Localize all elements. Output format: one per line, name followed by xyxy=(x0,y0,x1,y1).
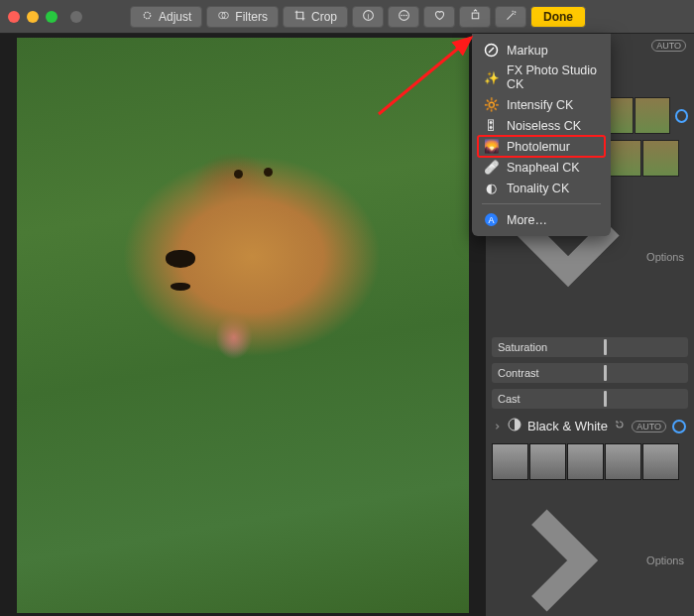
menu-separator xyxy=(482,203,601,204)
options-label: Options xyxy=(646,554,684,566)
auto-badge[interactable]: AUTO xyxy=(651,40,686,52)
ext-label: Intensify CK xyxy=(507,98,573,112)
auto-badge[interactable]: AUTO xyxy=(632,421,666,432)
ext-item-intensify[interactable]: 🔆 Intensify CK xyxy=(478,94,605,115)
adjust-icon xyxy=(141,9,154,25)
color-thumb[interactable] xyxy=(642,140,679,177)
wand-icon xyxy=(505,9,518,25)
tonality-icon: ◐ xyxy=(484,181,499,195)
done-label: Done xyxy=(543,10,573,24)
svg-rect-9 xyxy=(472,13,479,19)
svg-text:A: A xyxy=(488,215,494,225)
ext-item-tonality[interactable]: ◐ Tonality CK xyxy=(478,178,605,198)
selection-ring-icon xyxy=(675,109,688,123)
info-button[interactable]: i xyxy=(352,6,384,28)
bw-icon xyxy=(508,418,521,434)
unknown-grey-dot xyxy=(70,11,82,23)
sparkle-icon: ✨ xyxy=(484,70,499,85)
svg-point-0 xyxy=(144,12,151,19)
ext-label: Markup xyxy=(507,44,548,58)
ext-item-markup[interactable]: Markup xyxy=(478,40,605,61)
toolbar: Adjust Filters Crop i xyxy=(130,6,586,28)
cast-label: Cast xyxy=(498,393,598,405)
options-label: Options xyxy=(646,251,684,263)
titlebar: Adjust Filters Crop i xyxy=(0,0,694,34)
selection-ring-icon xyxy=(672,420,686,433)
svg-text:i: i xyxy=(367,11,369,20)
ext-item-snapheal[interactable]: 🩹 Snapheal CK xyxy=(478,157,605,178)
ext-label: Tonality CK xyxy=(507,182,569,195)
rotate-button[interactable] xyxy=(459,6,491,28)
svg-point-8 xyxy=(405,14,407,16)
bw-thumb[interactable] xyxy=(605,443,641,480)
ext-label: FX Photo Studio CK xyxy=(507,63,599,91)
window-controls xyxy=(8,11,82,23)
photolemur-icon: 🌄 xyxy=(484,139,499,154)
filters-label: Filters xyxy=(235,10,268,24)
ext-item-more[interactable]: A More… xyxy=(478,209,605,230)
reset-icon[interactable] xyxy=(614,419,626,433)
bw-thumb[interactable] xyxy=(492,443,528,480)
adjust-button[interactable]: Adjust xyxy=(130,6,202,28)
snapheal-icon: 🩹 xyxy=(484,160,499,175)
cast-slider[interactable]: Cast xyxy=(492,389,688,409)
zoom-window-button[interactable] xyxy=(46,11,58,23)
appstore-icon: A xyxy=(484,212,499,227)
chevron-right-icon xyxy=(496,488,640,616)
ext-label: Snapheal CK xyxy=(507,161,580,175)
ext-label: Noiseless CK xyxy=(507,119,581,133)
adjust-label: Adjust xyxy=(159,10,191,24)
minimize-window-button[interactable] xyxy=(27,11,39,23)
chevron-right-icon xyxy=(494,423,502,431)
markup-icon xyxy=(484,43,499,58)
bw-thumbnails xyxy=(492,443,688,480)
noiseless-icon: 🎛 xyxy=(484,118,499,133)
favorite-button[interactable] xyxy=(423,6,455,28)
close-window-button[interactable] xyxy=(8,11,20,23)
color-thumb[interactable] xyxy=(635,97,669,134)
ellipsis-icon xyxy=(398,9,410,25)
info-icon: i xyxy=(362,9,375,25)
photo-canvas[interactable] xyxy=(0,34,486,616)
rotate-icon xyxy=(469,9,482,25)
intensify-icon: 🔆 xyxy=(484,97,499,112)
contrast-label: Contrast xyxy=(498,367,598,379)
photos-edit-window: Adjust Filters Crop i xyxy=(0,0,694,616)
contrast-slider[interactable]: Contrast xyxy=(492,363,688,383)
black-white-header[interactable]: Black & White AUTO xyxy=(492,415,688,437)
ext-item-fx[interactable]: ✨ FX Photo Studio CK xyxy=(478,61,605,94)
crop-icon xyxy=(293,9,306,25)
saturation-label: Saturation xyxy=(498,341,598,353)
saturation-slider[interactable]: Saturation xyxy=(492,337,688,357)
crop-button[interactable]: Crop xyxy=(283,6,348,28)
done-button[interactable]: Done xyxy=(530,6,586,28)
bw-options-toggle[interactable]: Options xyxy=(492,486,688,616)
crop-label: Crop xyxy=(311,10,337,24)
filters-button[interactable]: Filters xyxy=(206,6,279,28)
ext-item-noiseless[interactable]: 🎛 Noiseless CK xyxy=(478,115,605,136)
filters-icon xyxy=(217,9,230,25)
extensions-button[interactable] xyxy=(388,6,419,28)
ext-label: Photolemur xyxy=(507,140,570,154)
bw-thumb[interactable] xyxy=(529,443,566,480)
bw-title: Black & White xyxy=(527,419,608,433)
heart-icon xyxy=(433,9,446,25)
svg-point-7 xyxy=(403,14,405,16)
extensions-menu: Markup ✨ FX Photo Studio CK 🔆 Intensify … xyxy=(472,34,611,236)
bw-thumb[interactable] xyxy=(567,443,604,480)
ext-more-label: More… xyxy=(507,213,547,227)
auto-enhance-button[interactable] xyxy=(495,6,526,28)
photo-preview xyxy=(17,38,469,613)
bw-thumb[interactable] xyxy=(642,443,679,480)
svg-point-6 xyxy=(401,14,403,16)
ext-item-photolemur[interactable]: 🌄 Photolemur xyxy=(478,136,605,157)
